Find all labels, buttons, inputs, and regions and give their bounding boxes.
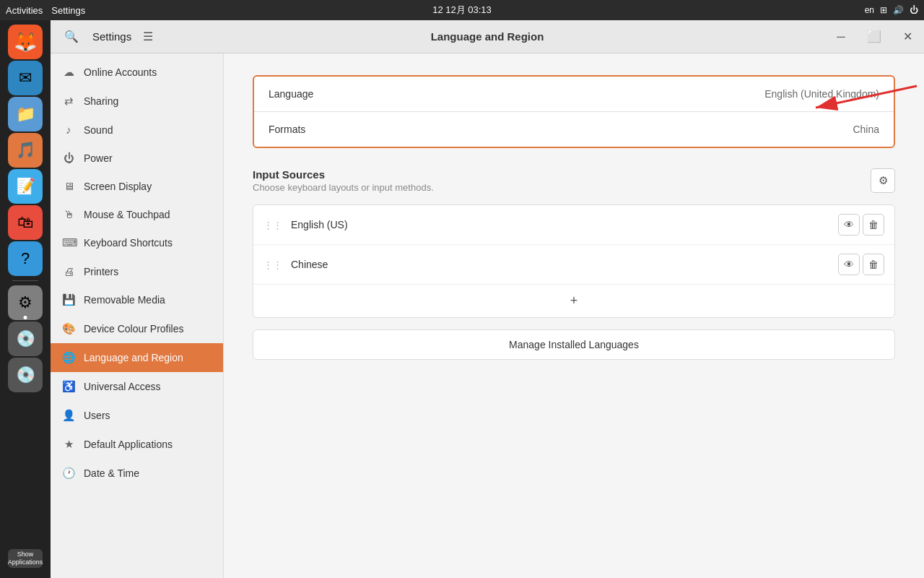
sidebar-item-sound[interactable]: ♪ Sound [51,116,223,144]
lang-indicator[interactable]: en [865,5,874,15]
sidebar-label-language-and-region: Language and Region [84,352,183,363]
dock-firefox[interactable]: 🦊 [8,25,43,59]
dock-appstore[interactable]: 🛍 [8,205,43,240]
titlebar-menu-button[interactable]: ☰ [136,25,160,49]
language-label: Language [269,88,313,100]
input-name-english: English (US) [291,219,829,230]
sidebar-icon-removable-media: 💾 [62,293,75,306]
close-button[interactable]: ✕ [891,20,924,53]
sidebar-icon-language-and-region: 🌐 [62,351,75,364]
sidebar-label-mouse-touchpad: Mouse & Touchpad [84,209,170,220]
topbar-left: Activities Settings [6,5,85,16]
titlebar-window-controls: ─ ⬜ ✕ [824,20,924,53]
sidebar-item-power[interactable]: ⏻ Power [51,144,223,172]
topbar: Activities Settings 12 12月 03:13 en ⊞ 🔊 … [0,0,924,20]
topbar-right: en ⊞ 🔊 ⏻ [865,5,918,15]
dock-thunderbird[interactable]: ✉ [8,61,43,95]
input-sources-title: Input Sources [253,168,434,181]
input-item-chinese: ⋮⋮ Chinese 👁 🗑 [253,244,894,284]
sidebar-item-date-time[interactable]: 🕐 Date & Time [51,459,223,488]
preview-english-button[interactable]: 👁 [838,214,860,236]
formats-row[interactable]: Formats China [254,111,894,147]
dock: 🦊 ✉ 📁 🎵 📝 🛍 ? ⚙ 💿 💿 Show Applications [0,20,51,578]
drag-handle-english[interactable]: ⋮⋮ [263,220,282,230]
activities-button[interactable]: Activities [6,5,43,16]
minimize-button[interactable]: ─ [824,20,858,53]
window-body: ☁ Online Accounts ⇄ Sharing ♪ Sound ⏻ Po… [51,53,924,578]
sidebar-item-default-applications[interactable]: ★ Default Applications [51,430,223,459]
show-applications-button[interactable]: Show Applications [8,549,43,568]
sidebar-label-users: Users [84,410,110,421]
lang-formats-container: Language English (United Kingdom) Format… [253,75,895,165]
formats-value: China [853,124,879,135]
dock-files[interactable]: 📁 [8,97,43,131]
language-row[interactable]: Language English (United Kingdom) [254,77,894,111]
sidebar-icon-sharing: ⇄ [62,95,75,108]
input-sources-text: Input Sources Choose keyboard layouts or… [253,168,434,193]
sidebar-icon-users: 👤 [62,409,75,422]
sidebar-item-mouse-touchpad[interactable]: 🖱 Mouse & Touchpad [51,200,223,228]
settings-menu-button[interactable]: Settings [51,5,85,16]
dock-help[interactable]: ? [8,241,43,276]
preview-chinese-button[interactable]: 👁 [838,254,860,275]
sidebar-item-users[interactable]: 👤 Users [51,401,223,430]
sidebar-item-printers[interactable]: 🖨 Printers [51,257,223,285]
sidebar-item-online-accounts[interactable]: ☁ Online Accounts [51,58,223,87]
dock-dvd1[interactable]: 💿 [8,322,43,356]
input-name-chinese: Chinese [291,259,829,270]
input-sources-section: Input Sources Choose keyboard layouts or… [253,168,895,193]
sidebar-label-universal-access: Universal Access [84,381,161,392]
sidebar-item-universal-access[interactable]: ♿ Universal Access [51,372,223,401]
sidebar-icon-date-time: 🕐 [62,467,75,480]
dock-dvd2[interactable]: 💿 [8,358,43,392]
network-icon: ⊞ [880,5,887,15]
sidebar-icon-device-colour-profiles: 🎨 [62,322,75,335]
manage-languages-button[interactable]: Manage Installed Languages [253,329,895,360]
titlebar-window-title: Language and Region [431,30,544,43]
input-sources-settings-button[interactable]: ⚙ [871,168,895,193]
remove-english-button[interactable]: 🗑 [863,214,884,236]
maximize-button[interactable]: ⬜ [858,20,891,53]
settings-window: 🔍 Settings ☰ Language and Region ─ ⬜ ✕ ☁… [51,20,924,578]
sidebar-item-language-and-region[interactable]: 🌐 Language and Region [51,343,223,372]
sidebar-icon-keyboard-shortcuts: ⌨ [62,236,75,249]
sidebar-icon-universal-access: ♿ [62,380,75,393]
language-formats-box: Language English (United Kingdom) Format… [253,75,895,148]
sidebar-item-removable-media[interactable]: 💾 Removable Media [51,285,223,314]
titlebar-left: 🔍 Settings ☰ [51,25,224,49]
drag-handle-chinese[interactable]: ⋮⋮ [263,259,282,270]
sidebar-label-sound: Sound [84,124,113,136]
sidebar-label-default-applications: Default Applications [84,439,173,450]
topbar-datetime: 12 12月 03:13 [432,4,492,17]
titlebar-app-name: Settings [92,30,131,43]
sidebar-icon-sound: ♪ [62,124,75,136]
sidebar-label-screen-display: Screen Display [84,181,152,192]
sidebar-icon-printers: 🖨 [62,265,75,277]
sidebar-label-printers: Printers [84,266,118,277]
sidebar-item-device-colour-profiles[interactable]: 🎨 Device Colour Profiles [51,314,223,343]
add-input-source-button[interactable]: + [253,284,894,317]
sidebar: ☁ Online Accounts ⇄ Sharing ♪ Sound ⏻ Po… [51,53,224,578]
dock-settings[interactable]: ⚙ [8,285,43,320]
sidebar-item-sharing[interactable]: ⇄ Sharing [51,87,223,116]
dock-separator [12,280,38,281]
dock-rhythmbox[interactable]: 🎵 [8,133,43,168]
input-sources-list: ⋮⋮ English (US) 👁 🗑 ⋮⋮ Chinese 👁 🗑 [253,204,895,318]
search-button[interactable]: 🔍 [59,25,84,49]
sidebar-icon-screen-display: 🖥 [62,180,75,192]
remove-chinese-button[interactable]: 🗑 [863,254,884,275]
input-item-english-us: ⋮⋮ English (US) 👁 🗑 [253,205,894,244]
titlebar: 🔍 Settings ☰ Language and Region ─ ⬜ ✕ [51,20,924,53]
volume-icon: 🔊 [893,5,904,15]
power-icon: ⏻ [910,5,918,15]
sidebar-item-keyboard-shortcuts[interactable]: ⌨ Keyboard Shortcuts [51,228,223,257]
input-actions-chinese: 👁 🗑 [838,254,884,275]
dock-writer[interactable]: 📝 [8,169,43,204]
main-content: Language English (United Kingdom) Format… [224,53,924,578]
formats-label: Formats [269,124,305,135]
sidebar-label-power: Power [84,152,113,164]
sidebar-item-screen-display[interactable]: 🖥 Screen Display [51,172,223,200]
input-sources-subtitle: Choose keyboard layouts or input methods… [253,182,434,193]
sidebar-label-sharing: Sharing [84,95,118,107]
sidebar-icon-power: ⏻ [62,152,75,164]
